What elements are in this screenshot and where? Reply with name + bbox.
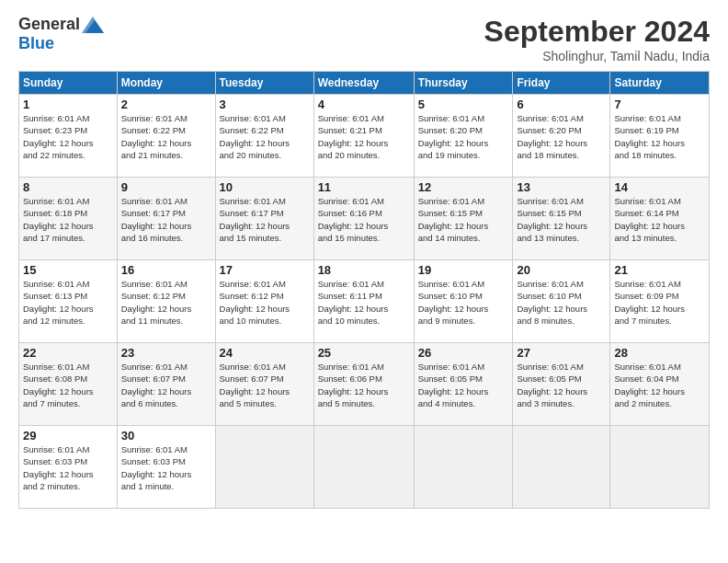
day-info: Sunrise: 6:01 AMSunset: 6:05 PMDaylight:… — [418, 361, 509, 409]
day-number: 1 — [23, 98, 113, 111]
day-info: Sunrise: 6:01 AMSunset: 6:07 PMDaylight:… — [220, 361, 310, 409]
table-row: 16Sunrise: 6:01 AMSunset: 6:12 PMDayligh… — [117, 260, 215, 343]
table-row: 18Sunrise: 6:01 AMSunset: 6:11 PMDayligh… — [313, 260, 414, 343]
table-row: 12Sunrise: 6:01 AMSunset: 6:15 PMDayligh… — [414, 178, 513, 260]
header-sunday: Sunday — [19, 72, 118, 95]
header-thursday: Thursday — [414, 72, 513, 95]
day-info: Sunrise: 6:01 AMSunset: 6:17 PMDaylight:… — [220, 195, 310, 244]
logo-general-text: General — [18, 15, 80, 34]
table-row: 30Sunrise: 6:01 AMSunset: 6:03 PMDayligh… — [117, 426, 215, 509]
table-row: 15Sunrise: 6:01 AMSunset: 6:13 PMDayligh… — [19, 260, 118, 343]
table-row: 26Sunrise: 6:01 AMSunset: 6:05 PMDayligh… — [414, 343, 513, 426]
title-area: September 2024 Sholinghur, Tamil Nadu, I… — [484, 15, 710, 63]
calendar-week-2: 15Sunrise: 6:01 AMSunset: 6:13 PMDayligh… — [19, 260, 710, 343]
header-tuesday: Tuesday — [215, 72, 313, 95]
day-number: 22 — [23, 346, 113, 360]
table-row: 21Sunrise: 6:01 AMSunset: 6:09 PMDayligh… — [610, 260, 710, 343]
day-number: 26 — [418, 346, 509, 360]
day-info: Sunrise: 6:01 AMSunset: 6:15 PMDaylight:… — [517, 195, 606, 244]
table-row: 23Sunrise: 6:01 AMSunset: 6:07 PMDayligh… — [117, 343, 215, 426]
calendar-header-row: Sunday Monday Tuesday Wednesday Thursday… — [19, 72, 710, 95]
day-info: Sunrise: 6:01 AMSunset: 6:04 PMDaylight:… — [614, 361, 705, 409]
header-saturday: Saturday — [610, 72, 710, 95]
day-info: Sunrise: 6:01 AMSunset: 6:21 PMDaylight:… — [318, 112, 410, 161]
day-number: 24 — [220, 346, 310, 360]
day-info: Sunrise: 6:01 AMSunset: 6:12 PMDaylight:… — [121, 278, 211, 327]
table-row — [513, 426, 610, 509]
day-number: 16 — [121, 263, 211, 277]
calendar-week-3: 22Sunrise: 6:01 AMSunset: 6:08 PMDayligh… — [19, 343, 710, 426]
table-row: 13Sunrise: 6:01 AMSunset: 6:15 PMDayligh… — [513, 178, 610, 260]
header-monday: Monday — [117, 72, 215, 95]
day-info: Sunrise: 6:01 AMSunset: 6:20 PMDaylight:… — [517, 112, 606, 161]
table-row — [313, 426, 414, 509]
day-info: Sunrise: 6:01 AMSunset: 6:14 PMDaylight:… — [614, 195, 705, 244]
table-row: 22Sunrise: 6:01 AMSunset: 6:08 PMDayligh… — [19, 343, 118, 426]
logo-icon — [82, 17, 104, 33]
day-info: Sunrise: 6:01 AMSunset: 6:07 PMDaylight:… — [121, 361, 211, 409]
table-row: 27Sunrise: 6:01 AMSunset: 6:05 PMDayligh… — [513, 343, 610, 426]
table-row — [610, 426, 710, 509]
day-number: 27 — [517, 346, 606, 360]
day-number: 11 — [318, 180, 410, 194]
day-info: Sunrise: 6:01 AMSunset: 6:17 PMDaylight:… — [121, 195, 211, 244]
table-row: 7Sunrise: 6:01 AMSunset: 6:19 PMDaylight… — [610, 95, 710, 178]
table-row: 19Sunrise: 6:01 AMSunset: 6:10 PMDayligh… — [414, 260, 513, 343]
calendar-week-0: 1Sunrise: 6:01 AMSunset: 6:23 PMDaylight… — [19, 95, 710, 178]
day-info: Sunrise: 6:01 AMSunset: 6:15 PMDaylight:… — [418, 195, 509, 244]
day-info: Sunrise: 6:01 AMSunset: 6:22 PMDaylight:… — [121, 112, 211, 161]
day-info: Sunrise: 6:01 AMSunset: 6:03 PMDaylight:… — [23, 443, 113, 492]
header-friday: Friday — [513, 72, 610, 95]
day-info: Sunrise: 6:01 AMSunset: 6:23 PMDaylight:… — [23, 112, 113, 161]
page: General Blue September 2024 Sholinghur, … — [0, 0, 728, 523]
day-info: Sunrise: 6:01 AMSunset: 6:20 PMDaylight:… — [418, 112, 509, 161]
day-number: 2 — [121, 98, 211, 111]
day-number: 29 — [23, 429, 113, 442]
day-number: 25 — [318, 346, 410, 360]
day-info: Sunrise: 6:01 AMSunset: 6:10 PMDaylight:… — [517, 278, 606, 327]
table-row: 11Sunrise: 6:01 AMSunset: 6:16 PMDayligh… — [313, 178, 414, 260]
logo: General Blue — [18, 15, 104, 53]
day-number: 9 — [121, 180, 211, 194]
day-info: Sunrise: 6:01 AMSunset: 6:11 PMDaylight:… — [318, 278, 410, 327]
table-row: 4Sunrise: 6:01 AMSunset: 6:21 PMDaylight… — [313, 95, 414, 178]
day-info: Sunrise: 6:01 AMSunset: 6:05 PMDaylight:… — [517, 361, 606, 409]
day-number: 4 — [318, 98, 410, 111]
table-row: 17Sunrise: 6:01 AMSunset: 6:12 PMDayligh… — [215, 260, 313, 343]
table-row: 2Sunrise: 6:01 AMSunset: 6:22 PMDaylight… — [117, 95, 215, 178]
day-number: 7 — [614, 98, 705, 111]
day-number: 19 — [418, 263, 509, 277]
location: Sholinghur, Tamil Nadu, India — [484, 49, 710, 63]
day-number: 12 — [418, 180, 509, 194]
day-number: 20 — [517, 263, 606, 277]
day-number: 3 — [220, 98, 310, 111]
day-number: 17 — [220, 263, 310, 277]
table-row: 29Sunrise: 6:01 AMSunset: 6:03 PMDayligh… — [19, 426, 118, 509]
logo-blue-text: Blue — [18, 34, 54, 53]
table-row: 10Sunrise: 6:01 AMSunset: 6:17 PMDayligh… — [215, 178, 313, 260]
day-info: Sunrise: 6:01 AMSunset: 6:18 PMDaylight:… — [23, 195, 113, 244]
header-wednesday: Wednesday — [313, 72, 414, 95]
day-info: Sunrise: 6:01 AMSunset: 6:22 PMDaylight:… — [220, 112, 310, 161]
day-number: 8 — [23, 180, 113, 194]
table-row: 14Sunrise: 6:01 AMSunset: 6:14 PMDayligh… — [610, 178, 710, 260]
table-row: 25Sunrise: 6:01 AMSunset: 6:06 PMDayligh… — [313, 343, 414, 426]
day-info: Sunrise: 6:01 AMSunset: 6:10 PMDaylight:… — [418, 278, 509, 327]
table-row: 28Sunrise: 6:01 AMSunset: 6:04 PMDayligh… — [610, 343, 710, 426]
day-info: Sunrise: 6:01 AMSunset: 6:16 PMDaylight:… — [318, 195, 410, 244]
table-row: 6Sunrise: 6:01 AMSunset: 6:20 PMDaylight… — [513, 95, 610, 178]
table-row: 20Sunrise: 6:01 AMSunset: 6:10 PMDayligh… — [513, 260, 610, 343]
day-number: 6 — [517, 98, 606, 111]
day-number: 28 — [614, 346, 705, 360]
day-info: Sunrise: 6:01 AMSunset: 6:19 PMDaylight:… — [614, 112, 705, 161]
month-title: September 2024 — [484, 15, 710, 49]
day-info: Sunrise: 6:01 AMSunset: 6:13 PMDaylight:… — [23, 278, 113, 327]
table-row — [215, 426, 313, 509]
day-info: Sunrise: 6:01 AMSunset: 6:03 PMDaylight:… — [121, 443, 211, 492]
table-row: 1Sunrise: 6:01 AMSunset: 6:23 PMDaylight… — [19, 95, 118, 178]
day-number: 14 — [614, 180, 705, 194]
calendar-week-1: 8Sunrise: 6:01 AMSunset: 6:18 PMDaylight… — [19, 178, 710, 260]
day-info: Sunrise: 6:01 AMSunset: 6:08 PMDaylight:… — [23, 361, 113, 409]
table-row: 3Sunrise: 6:01 AMSunset: 6:22 PMDaylight… — [215, 95, 313, 178]
day-info: Sunrise: 6:01 AMSunset: 6:06 PMDaylight:… — [318, 361, 410, 409]
